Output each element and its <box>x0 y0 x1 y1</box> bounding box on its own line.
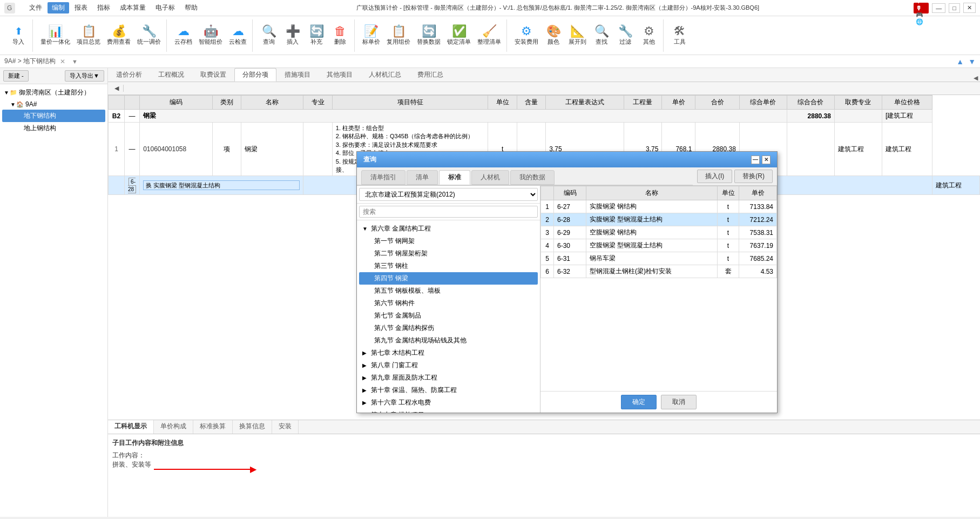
section-toggle[interactable]: — <box>125 110 140 123</box>
project-overview-btn[interactable]: 📋 项目总览 <box>75 24 103 47</box>
install-fee-btn[interactable]: ⚙ 安装费用 <box>512 24 540 47</box>
dialog-tab-list-guide[interactable]: 清单指引 <box>361 170 405 185</box>
tools-btn[interactable]: 🛠 工具 <box>669 24 691 47</box>
tree-section1[interactable]: 第一节 钢网架 <box>359 235 538 247</box>
menu-electronic[interactable]: 电子标 <box>151 2 179 14</box>
delete-btn[interactable]: 🗑 删除 <box>329 24 351 47</box>
dialog-tab-standard[interactable]: 标准 <box>439 170 470 185</box>
row-code[interactable]: 010604001058 <box>140 123 212 176</box>
tab-labor-materials[interactable]: 人材机汇总 <box>361 68 409 82</box>
dialog-search-input[interactable] <box>359 206 538 218</box>
tab-install[interactable]: 安装 <box>272 420 299 434</box>
tree-item-above-steel[interactable]: 地上钢结构 <box>2 122 105 134</box>
cloud-archive-btn[interactable]: ☁ 云存档 <box>172 24 194 47</box>
dialog-cancel-btn[interactable]: 取消 <box>661 395 697 409</box>
color-btn[interactable]: 🎨 颜色 <box>543 24 564 47</box>
sub-search-field[interactable] <box>140 176 303 195</box>
tree-section3[interactable]: 第三节 钢柱 <box>359 260 538 272</box>
dialog-tab-list[interactable]: 清单 <box>407 170 438 185</box>
window-close[interactable]: ✕ <box>963 3 976 13</box>
result-row-6[interactable]: 6 6-32 型钢混凝土钢柱(梁)栓钉安装 套 4.53 <box>541 265 777 278</box>
nav-close[interactable]: ✕ <box>60 58 65 65</box>
database-select[interactable]: 北京市建设工程预算定额(2012) <box>359 188 538 201</box>
quantity-price-btn[interactable]: 📊 量价一体化 <box>38 24 72 47</box>
tab-project-info[interactable]: 工程概况 <box>150 68 192 82</box>
tree-chapter7[interactable]: ▶ 第七章 木结构工程 <box>359 347 538 359</box>
tab-conversion-info[interactable]: 换算信息 <box>233 420 272 434</box>
tree-item-9a[interactable]: ▼ 🏠 9A# <box>2 99 105 110</box>
window-maximize[interactable]: □ <box>949 3 960 13</box>
result-row-4[interactable]: 4 6-30 空腹钢梁 型钢混凝土结构 t 7637.19 <box>541 239 777 252</box>
tab-other-items[interactable]: 其他项目 <box>319 68 361 82</box>
nav-up-btn[interactable]: ▲ <box>956 57 964 66</box>
dialog-close-btn[interactable]: ✕ <box>762 156 771 164</box>
other-btn[interactable]: ⚙ 其他 <box>638 24 660 47</box>
import-btn[interactable]: ⬆ 导入 <box>8 24 29 47</box>
result-th-unit: 单位 <box>718 186 739 200</box>
smart-price-btn[interactable]: 🤖 智能组价 <box>197 24 225 47</box>
sub-search-input[interactable] <box>143 180 300 190</box>
new-button[interactable]: 新建 - <box>3 70 29 82</box>
tree-chapter16[interactable]: ▶ 第十六章 工程水电费 <box>359 396 538 409</box>
dialog-tab-labor-materials[interactable]: 人材机 <box>471 170 509 185</box>
menu-report[interactable]: 报表 <box>70 2 92 14</box>
expand-to-btn[interactable]: 📐 展开到 <box>566 24 589 47</box>
tree-section6[interactable]: 第六节 钢构件 <box>359 297 538 309</box>
result-row-5[interactable]: 5 6-31 钢吊车梁 t 7685.24 <box>541 252 777 265</box>
tab-fee-settings[interactable]: 取费设置 <box>192 68 234 82</box>
menu-help[interactable]: 帮助 <box>180 2 202 14</box>
tree-item-underground-steel[interactable]: 地下钢结构 <box>2 110 105 122</box>
search-btn[interactable]: 🔍 查找 <box>591 24 612 47</box>
supplement-btn[interactable]: 🔄 补充 <box>306 24 327 47</box>
result-row-1[interactable]: 1 6-27 实腹钢梁 钢结构 t 7133.84 <box>541 200 777 213</box>
sub-expand[interactable]: 6-28 <box>125 176 140 195</box>
unified-price-btn[interactable]: 🔧 统一调价 <box>135 24 163 47</box>
tree-chapter10[interactable]: ▶ 第十章 保温、隔热、防腐工程 <box>359 384 538 396</box>
tree-section8[interactable]: 第八节 金属结构探伤 <box>359 322 538 334</box>
dialog-minimize-btn[interactable]: — <box>751 156 760 164</box>
tab-workstuff[interactable]: 工科机显示 <box>108 420 154 434</box>
menu-cost[interactable]: 成本算量 <box>116 2 150 14</box>
nav-down-btn[interactable]: ▼ <box>968 57 976 66</box>
cloud-check-btn[interactable]: ☁ 云检查 <box>227 24 249 47</box>
dialog-insert-btn[interactable]: 插入(I) <box>697 170 732 183</box>
tree-section2[interactable]: 第二节 钢屋架桁架 <box>359 247 538 260</box>
tab-bill-of-quantities[interactable]: 分部分项 <box>234 68 276 82</box>
dialog-tab-my-data[interactable]: 我的数据 <box>510 170 555 185</box>
result-row-2[interactable]: 2 6-28 实腹钢梁 型钢混凝土结构 t 7212.24 <box>541 213 777 226</box>
tree-chapter17[interactable]: ▶ 第十七章 措施项目 <box>359 409 538 413</box>
tree-chapter8[interactable]: ▶ 第八章 门窗工程 <box>359 359 538 372</box>
menu-file[interactable]: 文件 <box>25 2 46 14</box>
import-export-button[interactable]: 导入导出▼ <box>65 70 104 82</box>
nav-breadcrumb[interactable]: 9A# > 地下钢结构 <box>4 57 56 66</box>
window-minimize[interactable]: — <box>932 3 945 13</box>
reuse-price-btn[interactable]: 📋 复用组价 <box>384 24 413 47</box>
sort-list-btn[interactable]: 🧹 整理清单 <box>475 24 503 47</box>
tree-chapter9[interactable]: ▶ 第九章 屋面及防水工程 <box>359 372 538 384</box>
insert-btn[interactable]: ➕ 插入 <box>282 24 303 47</box>
tree-chapter6[interactable]: ▼ 第六章 金属结构工程 <box>359 223 538 235</box>
query-dialog[interactable]: 查询 — ✕ 清单指引 清单 标准 人材机 我的数据 插入(I) 替换(R) <box>356 151 778 413</box>
fee-view-btn[interactable]: 💰 费用查看 <box>105 24 133 47</box>
tab-standard-conversion[interactable]: 标准换算 <box>193 420 233 434</box>
tree-section7[interactable]: 第七节 金属制品 <box>359 309 538 322</box>
row-minus[interactable]: — <box>125 123 140 176</box>
lock-list-btn[interactable]: ✅ 锁定清单 <box>445 24 473 47</box>
tree-section4[interactable]: 第四节 钢梁 <box>359 272 538 285</box>
tree-section5[interactable]: 第五节 钢板模板、墙板 <box>359 285 538 297</box>
dialog-replace-btn[interactable]: 替换(R) <box>734 170 773 183</box>
tree-section9[interactable]: 第九节 金属结构现场砧钱及其他 <box>359 334 538 347</box>
tab-measures[interactable]: 措施项目 <box>276 68 319 82</box>
tree-item-root-project[interactable]: ▼ 📁 御景湾南区（土建部分） <box>2 86 105 99</box>
tab-fee-summary[interactable]: 费用汇总 <box>409 68 451 82</box>
dialog-confirm-btn[interactable]: 确定 <box>621 395 657 409</box>
menu-edit[interactable]: 编制 <box>48 2 69 14</box>
result-row-3[interactable]: 3 6-29 空腹钢梁 钢结构 t 7538.31 <box>541 226 777 239</box>
menu-indicator[interactable]: 指标 <box>93 2 114 14</box>
filter-btn[interactable]: 🔧 过滤 <box>614 24 636 47</box>
query-btn[interactable]: 🔍 查询 <box>258 24 280 47</box>
unit-price-btn[interactable]: 📝 标单价 <box>360 24 382 47</box>
tab-unit-composition[interactable]: 单价构成 <box>154 420 193 434</box>
tab-cost-analysis[interactable]: 遗价分析 <box>108 68 150 82</box>
replace-data-btn[interactable]: 🔄 替换数据 <box>415 24 443 47</box>
